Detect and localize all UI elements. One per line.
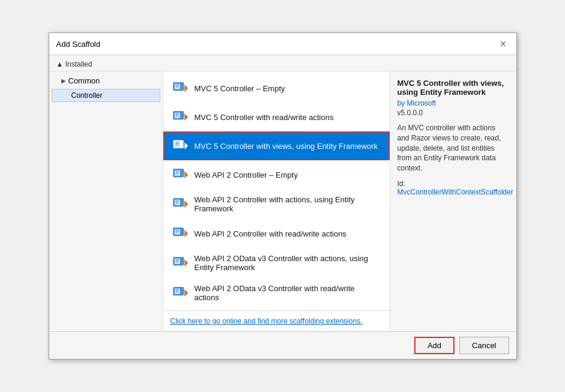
controller-icon xyxy=(172,109,189,125)
svg-marker-32 xyxy=(184,230,188,237)
scaffold-item-label: Web API 2 OData v3 Controller with read/… xyxy=(195,284,381,302)
scaffold-list-item[interactable]: Web API 2 OData v3 Controller with actio… xyxy=(163,248,390,278)
controller-icon xyxy=(172,285,189,301)
scaffold-item-label: MVC 5 Controller with read/write actions xyxy=(195,113,334,122)
scaffold-item-label: MVC 5 Controller with views, using Entit… xyxy=(195,142,378,151)
controller-icon xyxy=(172,166,189,183)
svg-rect-1 xyxy=(174,84,180,89)
controller-icon xyxy=(172,196,189,213)
online-link-section: Click here to go online and find more sc… xyxy=(163,310,390,331)
detail-version: v5.0.0.0 xyxy=(397,109,509,117)
scaffold-item-label: Web API 2 Controller with actions, using… xyxy=(195,195,381,213)
content-area: ▲ Installed ▶ Common Controller MVC 5 xyxy=(49,55,516,331)
svg-marker-26 xyxy=(184,201,188,207)
scaffold-item-label: Web API 2 OData v3 Controller with actio… xyxy=(195,254,381,272)
svg-marker-14 xyxy=(184,142,188,149)
expand-arrow-icon: ▶ xyxy=(61,77,66,84)
scaffold-list-item[interactable]: MVC 5 Controller – Empty xyxy=(163,74,390,103)
sidebar-item-controller[interactable]: Controller xyxy=(52,89,160,102)
list-panel: MVC 5 Controller – Empty MVC 5 Controlle… xyxy=(163,71,390,331)
detail-panel: MVC 5 Controller with views, using Entit… xyxy=(390,71,516,331)
cancel-button[interactable]: Cancel xyxy=(459,337,509,354)
detail-title: MVC 5 Controller with views, using Entit… xyxy=(397,79,509,97)
controller-icon xyxy=(172,80,189,97)
scaffold-list: MVC 5 Controller – Empty MVC 5 Controlle… xyxy=(163,71,390,310)
detail-author: by Microsoft xyxy=(397,99,509,107)
dialog-footer: Add Cancel xyxy=(49,331,516,359)
main-body: ▶ Common Controller MVC 5 Controller – E… xyxy=(49,71,516,331)
title-bar: Add Scaffold ✕ xyxy=(49,33,516,55)
controller-icon xyxy=(172,137,189,154)
close-button[interactable]: ✕ xyxy=(497,38,509,50)
svg-rect-7 xyxy=(174,113,180,118)
svg-marker-44 xyxy=(184,289,188,296)
controller-icon xyxy=(172,225,189,242)
installed-header: ▲ Installed xyxy=(49,55,516,71)
dialog-title: Add Scaffold xyxy=(56,40,100,49)
scaffold-item-label: MVC 5 Controller – Empty xyxy=(195,84,285,93)
svg-marker-20 xyxy=(184,171,188,178)
detail-id-value: MvcControllerWithContextScaffolder xyxy=(397,188,513,196)
scaffold-list-item[interactable]: MVC 5 Controller with read/write actions xyxy=(163,103,390,131)
detail-id-label: Id: MvcControllerWithContextScaffolder xyxy=(397,179,509,196)
scaffold-list-item[interactable]: Web API 2 OData v3 Controller with read/… xyxy=(163,278,390,308)
common-label: Common xyxy=(68,76,100,85)
add-scaffold-dialog: Add Scaffold ✕ ▲ Installed ▶ Common Cont… xyxy=(49,32,517,360)
add-button[interactable]: Add xyxy=(414,337,455,354)
scaffold-list-item[interactable]: Web API 2 Controller with read/write act… xyxy=(163,219,390,248)
online-link[interactable]: Click here to go online and find more sc… xyxy=(171,317,363,325)
svg-rect-13 xyxy=(174,142,180,147)
svg-marker-8 xyxy=(184,113,188,120)
sidebar: ▶ Common Controller xyxy=(49,71,163,331)
sidebar-item-common[interactable]: ▶ Common xyxy=(49,74,163,88)
detail-description: An MVC controller with actions and Razor… xyxy=(397,123,509,173)
svg-marker-2 xyxy=(184,85,188,91)
scaffold-item-label: Web API 2 Controller – Empty xyxy=(195,170,298,179)
svg-marker-38 xyxy=(184,259,188,266)
scaffold-list-item[interactable]: MVC 5 Controller with views, using Entit… xyxy=(163,131,390,160)
scaffold-item-label: Web API 2 Controller with read/write act… xyxy=(195,229,346,238)
controller-icon xyxy=(172,255,189,271)
id-label-text: Id: xyxy=(397,179,405,188)
scaffold-list-item[interactable]: Web API 2 Controller – Empty xyxy=(163,160,390,189)
scaffold-list-item[interactable]: Web API 2 Controller with actions, using… xyxy=(163,189,390,219)
